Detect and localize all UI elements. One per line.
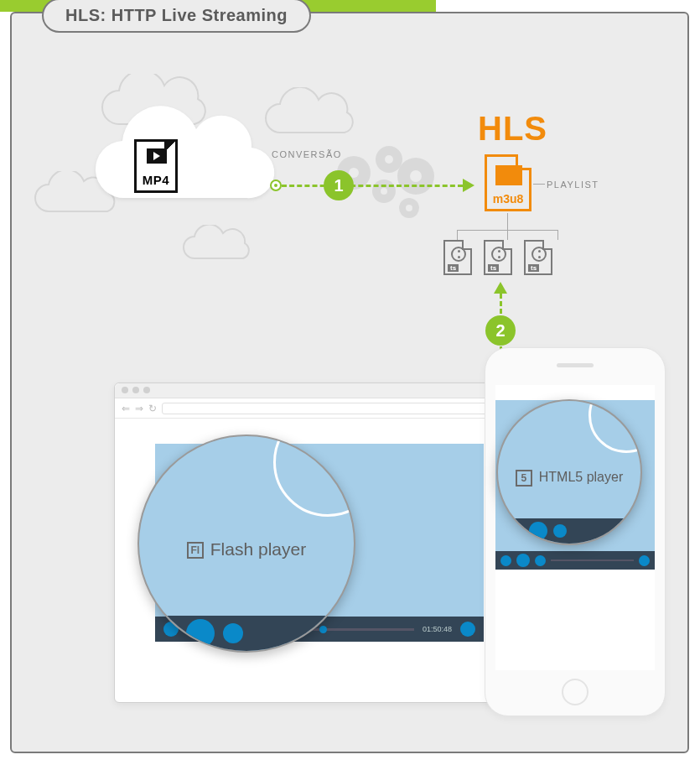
ts-file-icon: ts	[484, 240, 512, 275]
arrow-origin-dot	[270, 180, 282, 191]
hls-heading: HLS	[478, 110, 547, 148]
next-icon	[535, 555, 546, 566]
home-button-icon	[562, 679, 589, 705]
connector-line	[533, 184, 545, 185]
browser-titlebar	[115, 383, 524, 398]
volume-icon	[639, 555, 650, 566]
volume-icon	[460, 622, 475, 637]
connector-line	[507, 213, 508, 230]
nav-back-icon: ⇐	[122, 403, 130, 414]
mp4-label: MP4	[137, 173, 175, 187]
ts-file-icon: ts	[443, 240, 472, 275]
arrow-step1	[282, 185, 463, 187]
ts-file-icon: ts	[524, 240, 552, 275]
play-button-icon	[516, 554, 530, 567]
next-icon	[223, 623, 243, 643]
svg-point-9	[406, 205, 412, 211]
html5-magnifier: 5HTML5 player	[496, 399, 642, 545]
browser-toolbar: ⇐ ⇒ ↻	[115, 398, 524, 419]
timecode: 01:50:48	[423, 625, 452, 633]
arrowhead-icon	[494, 282, 507, 294]
flash-icon: Fl	[187, 542, 204, 559]
ts-files-row: ts ts ts	[443, 240, 552, 275]
svg-point-7	[410, 170, 422, 182]
mp4-file-icon: MP4	[134, 139, 178, 193]
phone-speaker	[557, 363, 594, 367]
nav-reload-icon: ↻	[148, 403, 157, 414]
svg-point-5	[381, 188, 387, 195]
connector-line	[457, 230, 458, 240]
html5-player-label: 5HTML5 player	[498, 470, 640, 487]
diagram-frame: HLS: HTTP Live Streaming MP4 CONVERSÃO 1…	[10, 12, 689, 753]
connector-line	[507, 230, 508, 240]
progress-bar	[551, 559, 634, 561]
prev-icon	[500, 555, 511, 566]
cloud-icon	[178, 225, 255, 270]
next-icon	[553, 524, 567, 538]
diagram-title: HLS: HTTP Live Streaming	[42, 0, 311, 33]
url-bar	[162, 403, 517, 414]
playlist-label: PLAYLIST	[547, 180, 599, 190]
flash-player-label: FlFlash player	[139, 539, 354, 559]
m3u8-label: m3u8	[487, 192, 529, 206]
source-cloud-icon	[84, 106, 277, 223]
m3u8-file-icon: m3u8	[485, 154, 531, 211]
conversion-label: CONVERSÃO	[272, 149, 342, 159]
html5-icon: 5	[516, 470, 532, 487]
step-1-badge: 1	[324, 170, 354, 200]
video-controls	[495, 551, 655, 570]
arrowhead-icon	[463, 179, 474, 192]
connector-line	[557, 230, 558, 240]
step-2-badge: 2	[485, 315, 516, 346]
svg-point-3	[385, 155, 393, 164]
nav-fwd-icon: ⇒	[135, 403, 143, 414]
flash-magnifier: FlFlash player	[137, 435, 355, 653]
